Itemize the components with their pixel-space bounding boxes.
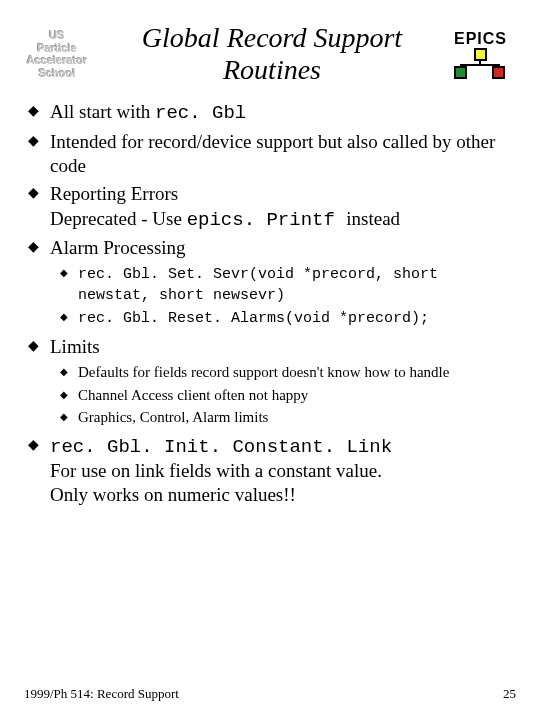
slide-body: All start with rec. Gbl Intended for rec… [24, 86, 516, 507]
bullet-text: Intended for record/device support but a… [50, 131, 495, 176]
sub-bullet-text: Defaults for fields record support doesn… [78, 364, 449, 380]
logo-line-4: School [24, 67, 90, 80]
footer-left: 1999/Ph 514: Record Support [24, 686, 179, 702]
bullet-list: All start with rec. Gbl Intended for rec… [24, 100, 516, 507]
slide-header: US Particle Accelerator School Global Re… [24, 22, 516, 86]
inline-code: epics. Printf [187, 209, 347, 231]
epics-glyph-icon [454, 48, 510, 78]
inline-code: rec. Gbl [155, 102, 246, 124]
bullet-text: Reporting Errors [50, 183, 178, 204]
bullet-item: Limits Defaults for fields record suppor… [28, 335, 514, 428]
sub-bullet-item: rec. Gbl. Set. Sevr(void *precord, short… [60, 264, 514, 305]
sub-bullet-item: rec. Gbl. Reset. Alarms(void *precord); [60, 308, 514, 329]
bullet-text: instead [346, 208, 400, 229]
sub-bullet-item: Graphics, Control, Alarm limits [60, 408, 514, 428]
code-line: rec. Gbl. Set. Sevr(void *precord, short… [78, 266, 438, 304]
bullet-text: Limits [50, 336, 100, 357]
sub-bullet-text: Graphics, Control, Alarm limits [78, 409, 268, 425]
bullet-text: Only works on numeric values!! [50, 484, 296, 505]
bullet-item: rec. Gbl. Init. Constant. Link For use o… [28, 434, 514, 508]
sub-bullet-list: rec. Gbl. Set. Sevr(void *precord, short… [50, 264, 514, 329]
code-line: rec. Gbl. Reset. Alarms(void *precord); [78, 310, 429, 327]
sub-bullet-item: Defaults for fields record support doesn… [60, 363, 514, 383]
slide-footer: 1999/Ph 514: Record Support 25 [24, 686, 516, 702]
epics-label: EPICS [454, 30, 507, 48]
bullet-text: Deprecated - Use [50, 208, 187, 229]
bullet-item: Reporting Errors Deprecated - Use epics.… [28, 182, 514, 232]
bullet-item: Alarm Processing rec. Gbl. Set. Sevr(voi… [28, 236, 514, 329]
bullet-item: All start with rec. Gbl [28, 100, 514, 125]
epics-logo: EPICS [454, 30, 516, 78]
slide: US Particle Accelerator School Global Re… [0, 0, 540, 720]
slide-title: Global Record Support Routines [98, 22, 446, 86]
logo-line-3: Accelerator [24, 54, 90, 67]
bullet-text: For use on link fields with a constant v… [50, 460, 382, 481]
sub-bullet-text: Channel Access client often not happy [78, 387, 308, 403]
logo-line-2: Particle [24, 42, 90, 55]
inline-code: rec. Gbl. Init. Constant. Link [50, 436, 392, 458]
sub-bullet-item: Channel Access client often not happy [60, 386, 514, 406]
page-number: 25 [503, 686, 516, 702]
uspas-logo: US Particle Accelerator School [24, 29, 90, 80]
logo-line-1: US [24, 29, 90, 42]
sub-bullet-list: Defaults for fields record support doesn… [50, 363, 514, 428]
bullet-text: Alarm Processing [50, 237, 186, 258]
bullet-item: Intended for record/device support but a… [28, 130, 514, 179]
bullet-text: All start with [50, 101, 155, 122]
